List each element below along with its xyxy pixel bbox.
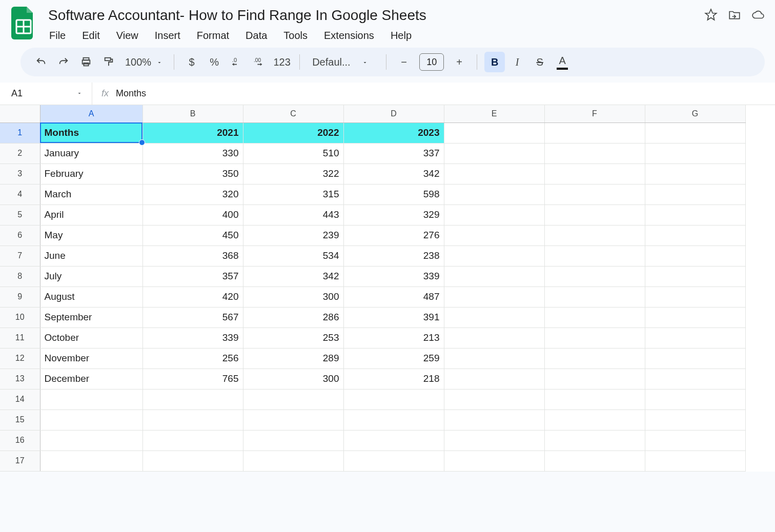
cell-B8[interactable]: 357 <box>142 266 243 287</box>
cell-D12[interactable]: 259 <box>343 348 444 369</box>
cell-C10[interactable]: 286 <box>243 307 343 328</box>
cell-D2[interactable]: 337 <box>343 143 444 163</box>
cell-B17[interactable] <box>142 451 243 471</box>
cell-F3[interactable] <box>544 163 645 184</box>
row-header-5[interactable]: 5 <box>0 204 40 225</box>
cell-C3[interactable]: 322 <box>243 163 343 184</box>
cell-E14[interactable] <box>444 389 544 410</box>
cell-G12[interactable] <box>645 348 745 369</box>
menu-edit[interactable]: Edit <box>80 29 101 43</box>
cell-F13[interactable] <box>544 369 645 389</box>
cell-D1[interactable]: 2023 <box>343 122 444 143</box>
cell-G1[interactable] <box>645 122 745 143</box>
menu-insert[interactable]: Insert <box>153 29 182 43</box>
row-header-9[interactable]: 9 <box>0 287 40 307</box>
more-formats-button[interactable]: 123 <box>272 52 292 72</box>
cell-D11[interactable]: 213 <box>343 328 444 348</box>
cell-C7[interactable]: 534 <box>243 245 343 266</box>
menu-tools[interactable]: Tools <box>281 29 310 43</box>
strikethrough-button[interactable]: S <box>529 52 550 72</box>
menu-view[interactable]: View <box>114 29 140 43</box>
cell-F15[interactable] <box>544 410 645 430</box>
cell-A13[interactable]: December <box>40 369 142 389</box>
select-all-corner[interactable] <box>0 105 40 122</box>
cell-B6[interactable]: 450 <box>142 225 243 245</box>
cell-G2[interactable] <box>645 143 745 163</box>
sheets-logo-icon[interactable] <box>10 5 37 41</box>
row-header-14[interactable]: 14 <box>0 389 40 410</box>
cell-B11[interactable]: 339 <box>142 328 243 348</box>
move-to-drive-icon[interactable] <box>728 8 741 22</box>
cell-G15[interactable] <box>645 410 745 430</box>
cell-E4[interactable] <box>444 184 544 204</box>
undo-button[interactable] <box>31 52 51 72</box>
cell-F9[interactable] <box>544 287 645 307</box>
cell-B10[interactable]: 567 <box>142 307 243 328</box>
cell-G5[interactable] <box>645 204 745 225</box>
paint-format-button[interactable] <box>98 52 119 72</box>
cell-E13[interactable] <box>444 369 544 389</box>
cell-F16[interactable] <box>544 430 645 451</box>
cell-A6[interactable]: May <box>40 225 142 245</box>
cell-B12[interactable]: 256 <box>142 348 243 369</box>
cell-C11[interactable]: 253 <box>243 328 343 348</box>
star-icon[interactable] <box>704 8 718 22</box>
cell-E9[interactable] <box>444 287 544 307</box>
column-header-G[interactable]: G <box>645 105 745 122</box>
column-header-C[interactable]: C <box>243 105 343 122</box>
cell-F2[interactable] <box>544 143 645 163</box>
cell-D6[interactable]: 276 <box>343 225 444 245</box>
cell-C6[interactable]: 239 <box>243 225 343 245</box>
column-header-D[interactable]: D <box>343 105 444 122</box>
cell-C4[interactable]: 315 <box>243 184 343 204</box>
cell-G14[interactable] <box>645 389 745 410</box>
decrease-font-size-button[interactable]: − <box>394 52 414 72</box>
cell-G8[interactable] <box>645 266 745 287</box>
cell-B14[interactable] <box>142 389 243 410</box>
cell-B15[interactable] <box>142 410 243 430</box>
row-header-12[interactable]: 12 <box>0 348 40 369</box>
menu-data[interactable]: Data <box>243 29 269 43</box>
cell-E12[interactable] <box>444 348 544 369</box>
cell-B13[interactable]: 765 <box>142 369 243 389</box>
row-header-10[interactable]: 10 <box>0 307 40 328</box>
cell-B7[interactable]: 368 <box>142 245 243 266</box>
cell-F5[interactable] <box>544 204 645 225</box>
cell-E1[interactable] <box>444 122 544 143</box>
cell-E8[interactable] <box>444 266 544 287</box>
row-header-11[interactable]: 11 <box>0 328 40 348</box>
cell-E5[interactable] <box>444 204 544 225</box>
bold-button[interactable]: B <box>484 52 505 72</box>
cell-A5[interactable]: April <box>40 204 142 225</box>
cell-E6[interactable] <box>444 225 544 245</box>
cell-B5[interactable]: 400 <box>142 204 243 225</box>
cell-D7[interactable]: 238 <box>343 245 444 266</box>
cell-B9[interactable]: 420 <box>142 287 243 307</box>
cell-D4[interactable]: 598 <box>343 184 444 204</box>
cell-C2[interactable]: 510 <box>243 143 343 163</box>
row-header-8[interactable]: 8 <box>0 266 40 287</box>
cell-B4[interactable]: 320 <box>142 184 243 204</box>
cell-B2[interactable]: 330 <box>142 143 243 163</box>
cell-G6[interactable] <box>645 225 745 245</box>
cell-F1[interactable] <box>544 122 645 143</box>
increase-decimal-button[interactable]: .00 <box>249 52 270 72</box>
cell-G17[interactable] <box>645 451 745 471</box>
cell-F17[interactable] <box>544 451 645 471</box>
cell-D8[interactable]: 339 <box>343 266 444 287</box>
cell-C17[interactable] <box>243 451 343 471</box>
row-header-16[interactable]: 16 <box>0 430 40 451</box>
cell-A3[interactable]: February <box>40 163 142 184</box>
cell-E16[interactable] <box>444 430 544 451</box>
cell-E11[interactable] <box>444 328 544 348</box>
cell-E15[interactable] <box>444 410 544 430</box>
cell-E3[interactable] <box>444 163 544 184</box>
cell-G3[interactable] <box>645 163 745 184</box>
format-currency-button[interactable]: $ <box>181 52 202 72</box>
cell-C13[interactable]: 300 <box>243 369 343 389</box>
cell-C5[interactable]: 443 <box>243 204 343 225</box>
cell-E7[interactable] <box>444 245 544 266</box>
format-percent-button[interactable]: % <box>204 52 225 72</box>
cloud-status-icon[interactable] <box>751 8 765 22</box>
row-header-15[interactable]: 15 <box>0 410 40 430</box>
